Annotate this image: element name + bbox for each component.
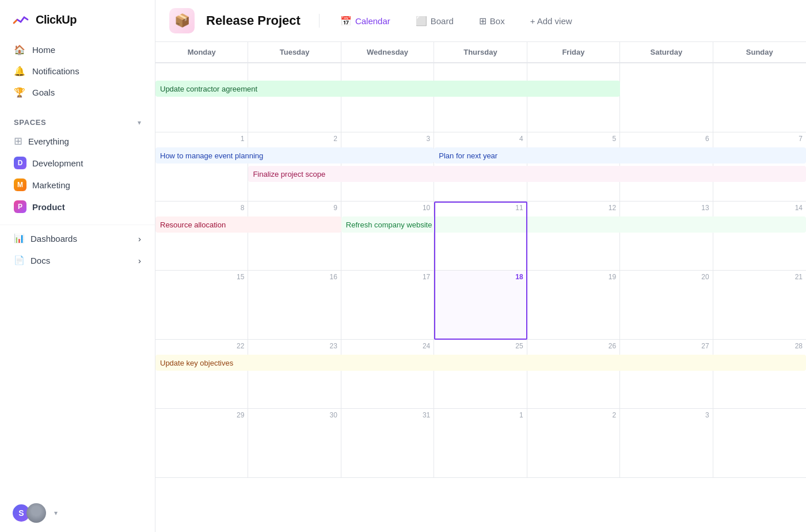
spaces-header[interactable]: Spaces ▾ (7, 115, 148, 130)
tab-calendar[interactable]: 📅 Calendar (333, 12, 397, 30)
w0-cell-5[interactable] (620, 63, 713, 132)
trophy-icon: 🏆 (14, 87, 25, 98)
w3-cell-3-today[interactable]: 18 (434, 271, 527, 340)
w4-cell-1[interactable]: 23 (248, 340, 341, 409)
w0-cell-6[interactable] (713, 63, 806, 132)
day-header-wednesday: Wednesday (341, 42, 434, 62)
w3-cell-2[interactable]: 17 (341, 271, 434, 340)
product-label: Product (32, 202, 65, 212)
board-tab-label: Board (431, 16, 454, 26)
w5-cell-3[interactable]: 1 (434, 409, 527, 478)
w5-cell-0[interactable]: 29 (155, 409, 248, 478)
w2-cell-3[interactable]: 11 (434, 202, 527, 271)
w1-cell-6[interactable]: 7 (713, 132, 806, 202)
marketing-label: Marketing (32, 180, 70, 190)
avatar-chevron-icon[interactable]: ▾ (54, 509, 58, 517)
sidebar-item-development[interactable]: D Development (7, 152, 148, 174)
calendar-section: Monday Tuesday Wednesday Thursday Friday… (155, 42, 806, 478)
tab-board[interactable]: ⬜ Board (409, 12, 461, 30)
development-label: Development (32, 158, 83, 168)
product-badge: P (14, 200, 26, 213)
w0-cell-0[interactable] (155, 63, 248, 132)
calendar-tab-label: Calendar (355, 16, 390, 26)
board-icon: ⬜ (416, 16, 427, 26)
w2-cell-2[interactable]: 10 (341, 202, 434, 271)
week-2: 8 9 10 11 12 13 14 Resource allocation (155, 202, 806, 271)
w5-cell-1[interactable]: 30 (248, 409, 341, 478)
w0-cell-3[interactable] (434, 63, 527, 132)
w4-cell-5[interactable]: 27 (620, 340, 713, 409)
w2-cell-1[interactable]: 9 (248, 202, 341, 271)
w5-cell-6[interactable] (713, 409, 806, 478)
week-3: 15 16 17 18 19 20 21 (155, 271, 806, 340)
w5-cell-5[interactable]: 3 (620, 409, 713, 478)
w1-cell-0[interactable]: 1 (155, 132, 248, 202)
w0-cell-2[interactable] (341, 63, 434, 132)
docs-icon: 📄 (14, 255, 25, 265)
sidebar-footer: S ▾ (0, 494, 155, 532)
nav-home[interactable]: 🏠 Home (7, 39, 148, 60)
calendar-icon: 📅 (340, 16, 352, 26)
w4-cell-6[interactable]: 28 (713, 340, 806, 409)
add-view-button[interactable]: + Add view (523, 13, 579, 29)
w3-cell-5[interactable]: 20 (620, 271, 713, 340)
w0-cell-4[interactable] (527, 63, 620, 132)
main-content: 📦 Release Project 📅 Calendar ⬜ Board ⊞ B… (155, 0, 806, 532)
w5-cell-4[interactable]: 2 (527, 409, 620, 478)
w2-cell-4[interactable]: 12 (527, 202, 620, 271)
w4-cell-3[interactable]: 25 (434, 340, 527, 409)
nav-notifications-label: Notifications (32, 66, 79, 76)
day-header-tuesday: Tuesday (248, 42, 341, 62)
w2-cell-0[interactable]: 8 (155, 202, 248, 271)
w3-cell-1[interactable]: 16 (248, 271, 341, 340)
header-divider (319, 14, 320, 28)
nav-home-label: Home (32, 45, 55, 55)
w1-cell-5[interactable]: 6 (620, 132, 713, 202)
spaces-label: Spaces (14, 118, 46, 127)
day-header-friday: Friday (527, 42, 620, 62)
nav-goals[interactable]: 🏆 Goals (7, 82, 148, 103)
w2-cell-6[interactable]: 14 (713, 202, 806, 271)
w3-cell-6[interactable]: 21 (713, 271, 806, 340)
week-0: Update contractor agreement (155, 63, 806, 132)
sidebar: ClickUp 🏠 Home 🔔 Notifications 🏆 Goals S… (0, 0, 155, 532)
w1-cell-3[interactable]: 4 (434, 132, 527, 202)
week-4: 22 23 24 25 26 27 28 Update key objectiv… (155, 340, 806, 409)
development-badge: D (14, 157, 26, 169)
calendar-view: Monday Tuesday Wednesday Thursday Friday… (155, 42, 806, 532)
chevron-down-icon: ▾ (138, 119, 141, 127)
week-0-cells (155, 63, 806, 132)
nav-docs[interactable]: 📄 Docs › (7, 249, 148, 271)
w0-cell-1[interactable] (248, 63, 341, 132)
chevron-right-icon: › (138, 234, 141, 244)
sidebar-item-everything[interactable]: ⊞ Everything (7, 130, 148, 152)
nav-dashboards[interactable]: 📊 Dashboards › (7, 227, 148, 249)
marketing-badge: M (14, 178, 26, 191)
w3-cell-0[interactable]: 15 (155, 271, 248, 340)
week-5-cells: 29 30 31 1 2 3 (155, 409, 806, 478)
avatar-profile (26, 503, 46, 523)
chevron-right-icon-docs: › (138, 256, 141, 265)
w4-cell-4[interactable]: 26 (527, 340, 620, 409)
w4-cell-0[interactable]: 22 (155, 340, 248, 409)
spaces-section: Spaces ▾ ⊞ Everything D Development M Ma… (0, 105, 155, 220)
w5-cell-2[interactable]: 31 (341, 409, 434, 478)
bell-icon: 🔔 (14, 66, 25, 77)
nav-notifications[interactable]: 🔔 Notifications (7, 60, 148, 82)
w3-cell-4[interactable]: 19 (527, 271, 620, 340)
sidebar-item-marketing[interactable]: M Marketing (7, 174, 148, 196)
day-header-sunday: Sunday (713, 42, 806, 62)
avatar-stack[interactable]: S (12, 503, 46, 523)
w1-cell-4[interactable]: 5 (527, 132, 620, 202)
w4-cell-2[interactable]: 24 (341, 340, 434, 409)
box-tab-label: Box (490, 16, 505, 26)
logo[interactable]: ClickUp (0, 0, 155, 37)
week-2-cells: 8 9 10 11 12 13 14 (155, 202, 806, 271)
w1-cell-1[interactable]: 2 (248, 132, 341, 202)
tab-box[interactable]: ⊞ Box (472, 12, 512, 30)
w2-cell-5[interactable]: 13 (620, 202, 713, 271)
w1-cell-2[interactable]: 3 (341, 132, 434, 202)
project-icon: 📦 (169, 8, 195, 33)
sidebar-item-product[interactable]: P Product (7, 196, 148, 218)
clickup-logo-icon (12, 10, 30, 29)
